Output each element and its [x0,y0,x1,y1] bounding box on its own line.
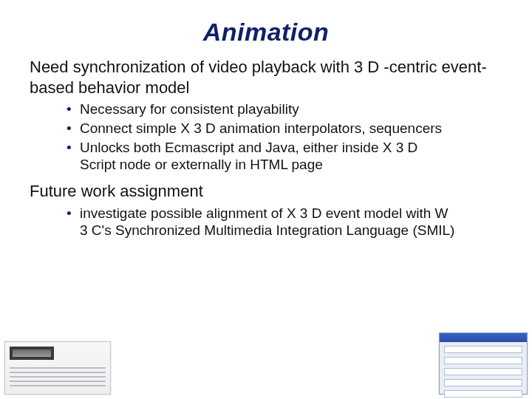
thumbnail-right [439,332,528,395]
section-2-bullets: investigate possible alignment of X 3 D … [25,205,507,240]
section-2-text: Future work assignment [25,181,507,202]
list-item: investigate possible alignment of X 3 D … [66,205,507,240]
thumbnail-left [4,341,111,395]
section-1-bullets: Necessary for consistent playability Con… [25,100,507,174]
list-item: Necessary for consistent playability [66,100,507,118]
list-item: Connect simple X 3 D animation interpola… [66,120,507,137]
slide: Animation Need synchronization of video … [0,0,532,399]
list-item: Unlocks both Ecmascript and Java, either… [66,139,507,174]
section-1-text: Need synchronization of video playback w… [25,57,507,98]
slide-title: Animation [25,18,507,47]
